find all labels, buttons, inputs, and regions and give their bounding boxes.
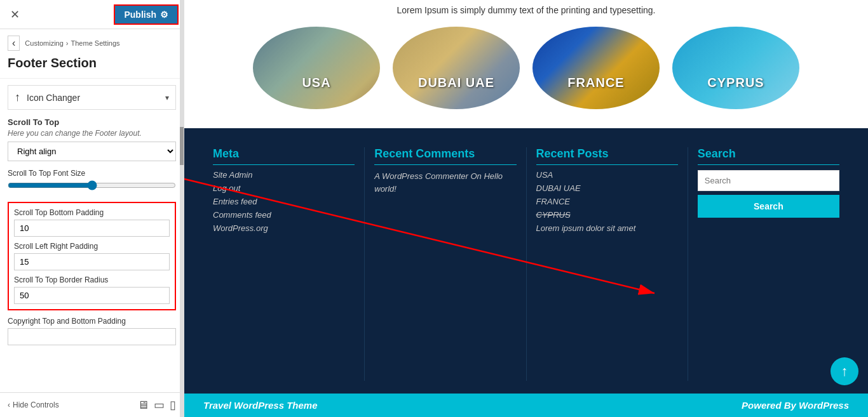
- padding-bottom-label: Scroll Top Bottom Padding: [14, 208, 170, 217]
- footer-link-lorem[interactable]: Lorem ipsum dolor sit amet: [536, 223, 678, 233]
- search-title: Search: [698, 147, 839, 165]
- footer-link-logout[interactable]: Log out: [213, 183, 355, 193]
- footer-link-comments-feed[interactable]: Comments feed: [213, 210, 355, 220]
- publish-button[interactable]: Publish ⚙: [114, 4, 179, 25]
- recent-posts-title: Recent Posts: [536, 147, 678, 165]
- footer-col-search: Search Search: [688, 147, 849, 381]
- left-panel: ✕ Publish ⚙ ‹ Customizing › Theme Settin…: [0, 0, 184, 417]
- icon-changer-row[interactable]: ↑ Icon Changer ▾: [8, 85, 176, 110]
- footer-bar-left: Travel WordPress Theme: [203, 400, 318, 411]
- footer-bar: Travel WordPress Theme Powered By WordPr…: [184, 394, 868, 417]
- scroll-to-top-button[interactable]: ↑: [831, 357, 858, 385]
- tablet-button[interactable]: ▭: [154, 398, 165, 412]
- scroll-to-top-desc: Here you can change the Footer layout.: [8, 129, 176, 138]
- footer-link-wordpress-org[interactable]: WordPress.org: [213, 223, 355, 233]
- lorem-text: Lorem Ipsum is simply dummy text of the …: [203, 0, 849, 20]
- footer-link-usa[interactable]: USA: [536, 170, 678, 180]
- footer-link-cyprus[interactable]: CYPRUS: [536, 210, 678, 220]
- gear-icon: ⚙: [160, 10, 168, 20]
- top-bar: ✕ Publish ⚙: [0, 0, 184, 29]
- padding-lr-label: Scroll Left Right Padding: [14, 242, 170, 251]
- footer-link-entries-feed[interactable]: Entries feed: [213, 197, 355, 206]
- scrollbar[interactable]: [180, 0, 184, 417]
- recent-comments-title: Recent Comments: [374, 147, 516, 165]
- chevron-down-icon: ▾: [165, 93, 169, 102]
- copyright-input[interactable]: [8, 328, 176, 345]
- font-size-slider-container: Scroll To Top Font Size: [8, 169, 176, 193]
- oval-label-dubai: DUBAI UAE: [418, 76, 494, 90]
- border-radius-input[interactable]: [14, 287, 170, 304]
- panel-content: ↑ Icon Changer ▾ Scroll To Top Here you …: [0, 79, 184, 392]
- bottom-controls: ‹ Hide Controls 🖥 ▭ ▯: [0, 392, 184, 417]
- device-icons: 🖥 ▭ ▯: [137, 398, 176, 412]
- footer-link-dubai-uae[interactable]: DUBAI UAE: [536, 183, 678, 193]
- breadcrumb-separator: ›: [66, 39, 69, 47]
- section-title: Footer Section: [8, 53, 176, 76]
- oval-label-usa: USA: [302, 76, 330, 90]
- footer-section: Meta Site Admin Log out Entries feed Com…: [184, 128, 868, 417]
- oval-usa: USA: [253, 27, 380, 109]
- footer-bar-right: Powered By WordPress: [742, 400, 849, 411]
- scroll-to-top-label: Scroll To Top: [8, 117, 176, 127]
- copyright-label: Copyright Top and Bottom Padding: [8, 317, 176, 326]
- up-arrow-icon: ↑: [15, 91, 20, 104]
- right-panel: Lorem Ipsum is simply dummy text of the …: [184, 0, 868, 417]
- footer-link-site-admin[interactable]: Site Admin: [213, 170, 355, 180]
- icon-changer-label: Icon Changer: [27, 93, 165, 103]
- ovals-row: USA DUBAI UAE FRANCE CYPRUS: [203, 20, 849, 122]
- search-input[interactable]: [698, 170, 839, 191]
- preview-top: Lorem Ipsum is simply dummy text of the …: [184, 0, 868, 128]
- hide-controls-label: Hide Controls: [13, 400, 59, 409]
- hide-controls-button[interactable]: ‹ Hide Controls: [8, 400, 59, 409]
- footer-columns: Meta Site Admin Log out Entries feed Com…: [184, 128, 868, 394]
- padding-lr-input[interactable]: [14, 253, 170, 270]
- border-radius-label: Scroll To Top Border Radius: [14, 275, 170, 284]
- mobile-button[interactable]: ▯: [170, 398, 176, 412]
- scrollbar-thumb: [180, 127, 184, 165]
- close-button[interactable]: ✕: [5, 5, 25, 24]
- font-size-label: Scroll To Top Font Size: [8, 169, 176, 178]
- footer-col-recent-comments: Recent Comments A WordPress Commenter On…: [365, 147, 526, 381]
- meta-title: Meta: [213, 147, 355, 165]
- left-chevron-icon: ‹: [8, 400, 10, 409]
- footer-col-meta: Meta Site Admin Log out Entries feed Com…: [203, 147, 365, 381]
- oval-france: FRANCE: [532, 27, 660, 109]
- breadcrumb: Customizing › Theme Settings: [25, 39, 119, 47]
- recent-comments-text: A WordPress Commenter On Hello world!: [374, 170, 516, 195]
- padding-bottom-input[interactable]: [14, 220, 170, 237]
- align-dropdown[interactable]: Right align Left align Center align: [8, 142, 176, 161]
- oval-cyprus: CYPRUS: [672, 27, 799, 109]
- oval-label-france: FRANCE: [567, 76, 624, 90]
- desktop-button[interactable]: 🖥: [137, 398, 149, 412]
- breadcrumb-customizing: Customizing: [25, 39, 64, 47]
- oval-label-cyprus: CYPRUS: [707, 76, 764, 90]
- footer-col-recent-posts: Recent Posts USA DUBAI UAE FRANCE CYPRUS…: [527, 147, 688, 381]
- highlight-box: Scroll Top Bottom Padding Scroll Left Ri…: [8, 202, 176, 310]
- font-size-slider[interactable]: [8, 180, 176, 190]
- publish-label: Publish: [124, 10, 156, 20]
- footer-link-france[interactable]: FRANCE: [536, 197, 678, 206]
- search-button[interactable]: Search: [698, 195, 839, 218]
- breadcrumb-theme-settings: Theme Settings: [71, 39, 120, 47]
- back-arrow-button[interactable]: ‹: [8, 36, 20, 51]
- back-nav: ‹ Customizing › Theme Settings Footer Se…: [0, 29, 184, 79]
- oval-dubai: DUBAI UAE: [393, 27, 520, 109]
